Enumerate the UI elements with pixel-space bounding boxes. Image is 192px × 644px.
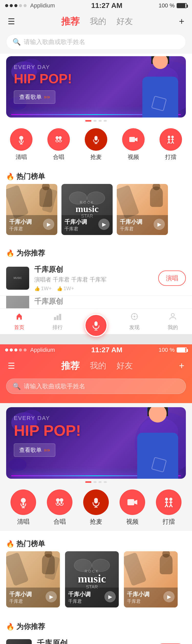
svg-rect-23 bbox=[54, 317, 56, 320]
red-dot-empty bbox=[19, 348, 22, 352]
action-hechang-2[interactable]: 合唱 bbox=[47, 489, 72, 526]
recommend-section-1: 🔥 为你推荐 MUSIC 千库原创 演唱者 千库君 千库君 千库军 👍 1W+ bbox=[0, 244, 192, 309]
action-qiangmai[interactable]: 抢麦 bbox=[85, 128, 107, 161]
recommend-cover-2 bbox=[6, 296, 29, 309]
tab-rank-icon-1 bbox=[54, 312, 62, 323]
search-bar-1[interactable]: 🔍 请输入歌曲或歌手姓名 bbox=[6, 34, 186, 50]
banner-text-area: EVERY DAY HIP POP! 查看歌单 »» bbox=[6, 56, 72, 104]
red-tab-friends[interactable]: 好友 bbox=[116, 360, 133, 371]
banner-button[interactable]: 查看歌单 »» bbox=[14, 90, 55, 104]
microphone-center-icon bbox=[90, 320, 102, 331]
menu-icon[interactable]: ☰ bbox=[8, 17, 15, 26]
chart-card-2[interactable]: ROCK music STAR 千库小调 千库君 ▶ bbox=[61, 184, 113, 235]
duo-mic-icon bbox=[54, 134, 64, 145]
grab-mic-icon-2 bbox=[90, 496, 102, 508]
recommend-info-2: 千库原创 bbox=[34, 297, 186, 308]
signal-dot-empty bbox=[19, 4, 22, 7]
recommend-section-2: 🔥 为你推荐 MUSIC 千库原创 演唱者 千库君 千库君 千库军 👍 1W+ … bbox=[0, 618, 192, 644]
play-btn-1[interactable]: ▶ bbox=[43, 219, 54, 230]
action-qingchang-2[interactable]: 清唱 bbox=[10, 489, 36, 526]
chart-card-2-1[interactable]: 千库小调 千库君 ▶ bbox=[6, 551, 60, 607]
svg-point-13 bbox=[168, 136, 170, 138]
play-btn-2-1[interactable]: ▶ bbox=[46, 591, 57, 602]
nav-tab-friends[interactable]: 好友 bbox=[116, 16, 133, 27]
recommend-flame-1: 🔥 bbox=[6, 249, 14, 257]
stat-val-1b: 1W+ bbox=[63, 286, 74, 291]
rec-stats-1: 👍 1W+ 👍 1W+ bbox=[34, 286, 153, 291]
svg-rect-5 bbox=[56, 139, 58, 141]
red-search-bar[interactable]: 🔍 请输入歌曲或歌手姓名 bbox=[6, 379, 186, 394]
tab-bar-1: 首页 排行 发现 bbox=[0, 309, 192, 334]
illus-head-2 bbox=[149, 407, 167, 423]
red-dot bbox=[10, 348, 13, 352]
svg-rect-25 bbox=[59, 314, 61, 320]
nav-tab-mine[interactable]: 我的 bbox=[90, 16, 106, 27]
action-dalei-2[interactable]: 打擂 bbox=[156, 489, 182, 526]
svg-rect-37 bbox=[22, 503, 24, 505]
tab-discover-1[interactable]: 发现 bbox=[115, 312, 154, 331]
red-tab-recommend[interactable]: 推荐 bbox=[61, 360, 80, 372]
action-qingchang[interactable]: 清唱 bbox=[10, 128, 33, 161]
action-label-qiangmai: 抢麦 bbox=[90, 153, 102, 161]
plus-icon[interactable]: + bbox=[179, 16, 184, 27]
red-battery-percent: 100 % bbox=[159, 347, 175, 353]
red-search-icon: 🔍 bbox=[13, 382, 21, 390]
action-label-dalei: 打擂 bbox=[165, 153, 176, 161]
chart-card-2-3[interactable]: 千库小调 千库君 ▶ bbox=[124, 551, 178, 607]
svg-line-53 bbox=[167, 505, 168, 507]
red-menu-icon[interactable]: ☰ bbox=[8, 361, 15, 371]
app-name: Applidium bbox=[30, 2, 55, 9]
guitar-deco-2-3 bbox=[124, 552, 147, 586]
play-btn-2[interactable]: ▶ bbox=[98, 219, 110, 230]
recommend-flame-2: 🔥 bbox=[6, 623, 14, 631]
tab-home-1[interactable]: 首页 bbox=[0, 312, 38, 331]
red-plus-icon[interactable]: + bbox=[179, 360, 184, 371]
chart-card-2-2[interactable]: ROCK music STAR 千库小调 千库君 ▶ bbox=[65, 551, 119, 607]
quick-actions-1: 清唱 合唱 bbox=[0, 123, 192, 163]
banner-illustration-2 bbox=[109, 407, 186, 479]
action-qiangmai-2[interactable]: 抢麦 bbox=[83, 489, 109, 526]
action-icon-qingchang-2 bbox=[10, 489, 36, 515]
red-search-placeholder: 请输入歌曲或歌手姓名 bbox=[24, 382, 85, 390]
banner-button-2[interactable]: 查看歌单 »» bbox=[14, 443, 55, 457]
play-btn-3[interactable]: ▶ bbox=[154, 219, 165, 230]
banner-every-day: EVERY DAY bbox=[14, 64, 72, 71]
recommend-item-2-1: MUSIC 千库原创 演唱者 千库君 千库君 千库军 👍 1W+ 👍 1W+ 演… bbox=[0, 634, 192, 644]
tab-mine-1[interactable]: 我的 bbox=[154, 312, 192, 331]
person-head-2-3 bbox=[162, 551, 170, 558]
svg-point-35 bbox=[171, 313, 174, 317]
svg-point-54 bbox=[169, 498, 172, 501]
play-btn-2-2[interactable]: ▶ bbox=[104, 591, 116, 602]
svg-point-36 bbox=[21, 498, 26, 503]
signal-dots: Applidium bbox=[5, 2, 55, 9]
action-shipin-2[interactable]: 视频 bbox=[120, 489, 145, 526]
action-label-shipin: 视频 bbox=[128, 153, 139, 161]
play-btn-2-3[interactable]: ▶ bbox=[163, 591, 175, 602]
person-deco-2-3 bbox=[160, 554, 173, 574]
chart-card-1[interactable]: 千库小调 千库君 ▶ bbox=[6, 184, 57, 235]
banner-dot-2-active bbox=[85, 481, 91, 483]
action-hechang[interactable]: 合唱 bbox=[47, 128, 70, 161]
svg-rect-7 bbox=[59, 139, 61, 141]
recommend-cover-1: MUSIC bbox=[6, 267, 29, 290]
red-tab-mine[interactable]: 我的 bbox=[90, 360, 106, 371]
red-dot-empty bbox=[24, 348, 27, 352]
tab-rank-1[interactable]: 排行 bbox=[38, 312, 77, 331]
quick-actions-2: 清唱 合唱 bbox=[0, 484, 192, 531]
action-shipin[interactable]: 视频 bbox=[122, 128, 145, 161]
illus-head bbox=[153, 56, 168, 69]
svg-rect-47 bbox=[127, 499, 134, 505]
center-mic-button-1[interactable] bbox=[84, 314, 108, 337]
chart-card-3[interactable]: 千库小调 千库君 ▶ bbox=[117, 184, 168, 235]
nav-tab-recommend[interactable]: 推荐 bbox=[61, 15, 80, 28]
svg-rect-1 bbox=[20, 140, 22, 142]
signal-dot bbox=[10, 4, 13, 7]
recommend-btn-1[interactable]: 演唱 bbox=[158, 271, 186, 286]
recommend-title-1: 为你推荐 bbox=[16, 248, 45, 258]
action-label-qingchang-2: 清唱 bbox=[17, 518, 29, 526]
action-dalei[interactable]: 打擂 bbox=[159, 128, 182, 161]
tab-rank-label-1: 排行 bbox=[52, 324, 63, 331]
recommend-info-1: 千库原创 演唱者 千库君 千库君 千库军 👍 1W+ 👍 1W+ bbox=[34, 265, 153, 291]
mic-solo-icon-2 bbox=[17, 496, 29, 508]
tab-discover-label-1: 发现 bbox=[129, 324, 140, 331]
